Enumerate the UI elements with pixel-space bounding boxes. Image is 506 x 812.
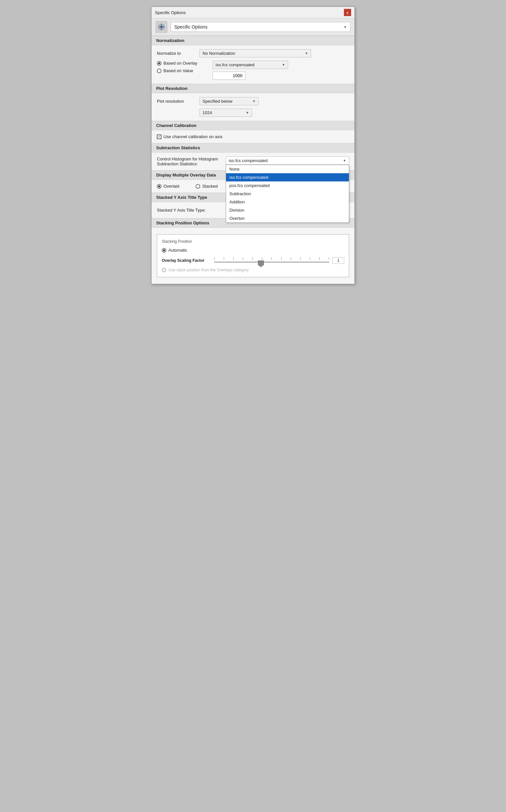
subtraction-stats-label-line2: Subtraction Statistics: [157, 161, 223, 166]
normalization-section-header: Normalization [152, 36, 354, 45]
resolution-size-arrow: ▼ [246, 111, 249, 114]
title-bar: Specific Options x [152, 7, 354, 18]
subtraction-dropdown-arrow: ▼ [343, 159, 346, 162]
based-on-value-option[interactable]: Based on Value [157, 68, 209, 73]
plot-resolution-row: Plot resolution Specified below ▼ [157, 97, 349, 105]
subtraction-stats-section-header: Subtraction Statistics [152, 143, 354, 153]
overlay-file-dropdown[interactable]: iso.fcs compensated ▼ [213, 61, 288, 69]
header-icon [156, 21, 167, 33]
automatic-option[interactable]: Automatic [162, 248, 187, 253]
main-window: Specific Options x Specific Options ▼ No… [151, 7, 355, 284]
normalization-radio-group: Based on Overlay Based on Value [157, 61, 209, 73]
overlaid-radio[interactable] [157, 184, 161, 189]
plot-resolution-section-header: Plot Resolution [152, 84, 354, 93]
normalize-to-value: No Normalization [202, 51, 235, 56]
subtraction-stats-label-group: Control Histogram for Histogram Subtract… [157, 157, 223, 166]
overlaid-label: Overlaid [163, 184, 179, 189]
dropdown-item-subtraction[interactable]: Subtraction [226, 190, 349, 198]
stacked-y-axis-label: Stacked Y Axis Title Type: [157, 208, 223, 212]
slider-row: Overlay Scaling Factor [162, 257, 344, 264]
subtraction-dropdown[interactable]: iso.fcs compensated ▼ [226, 157, 349, 165]
slider-thumb[interactable] [258, 261, 264, 267]
overlaid-option[interactable]: Overlaid [157, 184, 179, 189]
subtraction-stats-section-body: Control Histogram for Histogram Subtract… [152, 153, 354, 170]
header-bar: Specific Options ▼ [152, 18, 354, 36]
automatic-radio[interactable] [162, 248, 166, 253]
overlay-file-arrow: ▼ [282, 63, 285, 67]
channel-calibration-label: Use channel calibration on axis [163, 134, 223, 139]
overlay-scaling-slider[interactable] [214, 257, 329, 264]
header-dropdown[interactable]: Specific Options ▼ [171, 22, 350, 32]
subtraction-stats-row: Control Histogram for Histogram Subtract… [157, 157, 349, 166]
close-button[interactable]: x [344, 9, 351, 16]
normalization-right-dropdowns: iso.fcs compensated ▼ 1000 [213, 61, 288, 80]
use-stack-position-row: Use stack position from the Overlays cat… [162, 268, 344, 272]
automatic-row: Automatic [162, 248, 344, 253]
normalize-to-label: Normalize to [157, 51, 196, 56]
normalize-to-row: Normalize to No Normalization ▼ [157, 49, 349, 58]
stacked-option[interactable]: Stacked [195, 184, 218, 189]
subtraction-dropdown-list: None iso.fcs compensated pos.fcs compens… [226, 165, 349, 223]
stacking-position-group-label: Stacking Position [162, 239, 344, 244]
stacking-position-box: Stacking Position Automatic Overlay Scal… [157, 234, 349, 277]
resolution-size-dropdown[interactable]: 1024 ▼ [199, 109, 252, 117]
dropdown-item-iso[interactable]: iso.fcs compensated [226, 173, 349, 181]
overlay-scaling-label: Overlay Scaling Factor [162, 258, 211, 263]
window-title: Specific Options [155, 10, 186, 15]
subtraction-dropdown-value: iso.fcs compensated [229, 158, 268, 163]
plot-resolution-value: Specified below [202, 99, 232, 104]
channel-calibration-checkbox-item[interactable]: ✓ Use channel calibration on axis [157, 134, 349, 139]
dropdown-item-overton[interactable]: Overton [226, 214, 349, 222]
normalization-options-row: Based on Overlay Based on Value iso.fcs … [157, 61, 349, 80]
resolution-size-value: 1024 [202, 110, 212, 115]
dropdown-item-addition[interactable]: Addition [226, 198, 349, 206]
normalization-section-body: Normalize to No Normalization ▼ Based on… [152, 45, 354, 84]
svg-point-1 [160, 25, 163, 28]
plot-resolution-section-body: Plot resolution Specified below ▼ 1024 ▼ [152, 93, 354, 121]
header-dropdown-value: Specific Options [174, 24, 207, 29]
based-on-overlay-radio[interactable] [157, 61, 161, 66]
channel-calibration-section-header: Channel Calibration [152, 121, 354, 130]
based-on-value-label: Based on Value [163, 68, 193, 73]
use-stack-label: Use stack position from the Overlays cat… [168, 268, 249, 272]
channel-calibration-section-body: ✓ Use channel calibration on axis [152, 130, 354, 143]
channel-calibration-checkbox[interactable]: ✓ [157, 134, 161, 139]
based-on-value-radio[interactable] [157, 69, 161, 73]
based-on-overlay-label: Based on Overlay [163, 61, 197, 66]
use-stack-radio[interactable] [162, 268, 166, 272]
normalization-value-input[interactable]: 1000 [213, 72, 245, 80]
settings-icon [158, 23, 165, 31]
plot-resolution-label: Plot resolution [157, 99, 196, 104]
subtraction-stats-label-line1: Control Histogram for Histogram [157, 157, 223, 161]
dropdown-item-division[interactable]: Division [226, 206, 349, 214]
subtraction-dropdown-container: iso.fcs compensated ▼ None iso.fcs compe… [226, 157, 349, 165]
plot-resolution-arrow: ▼ [252, 99, 256, 103]
dropdown-item-pos[interactable]: pos.fcs compensated [226, 181, 349, 190]
normalize-to-dropdown[interactable]: No Normalization ▼ [199, 49, 311, 58]
dropdown-item-none[interactable]: None [226, 165, 349, 173]
slider-value-box: 1 [332, 257, 344, 264]
stacked-radio[interactable] [195, 184, 200, 189]
automatic-label: Automatic [168, 248, 187, 253]
header-dropdown-arrow: ▼ [344, 25, 347, 29]
plot-resolution-dropdown[interactable]: Specified below ▼ [199, 97, 259, 105]
stacking-position-section-body: Stacking Position Automatic Overlay Scal… [152, 228, 354, 284]
overlay-file-value: iso.fcs compensated [216, 62, 255, 67]
stacked-label: Stacked [202, 184, 218, 189]
based-on-overlay-option[interactable]: Based on Overlay [157, 61, 209, 66]
normalize-to-arrow: ▼ [305, 52, 308, 55]
resolution-size-row: 1024 ▼ [157, 109, 349, 117]
